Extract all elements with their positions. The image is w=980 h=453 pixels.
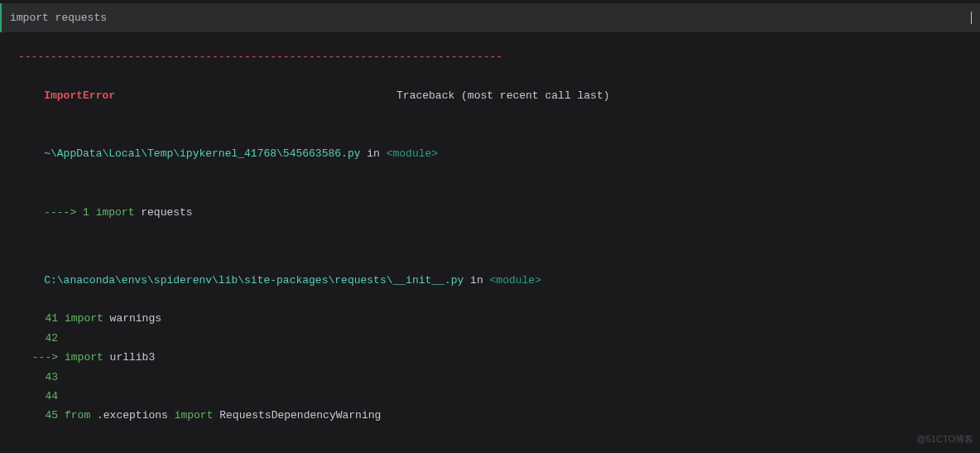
error-divider: ----------------------------------------… — [18, 47, 962, 66]
text-cursor — [971, 12, 972, 24]
output-area: ----------------------------------------… — [0, 39, 980, 453]
tb-frame1-code: ----> 1 import requests — [18, 183, 962, 241]
tb-line: 45from .exceptions import RequestsDepend… — [18, 406, 962, 425]
watermark-text: @51CTO博客 — [917, 431, 973, 448]
code-input-cell[interactable]: import requests — [0, 3, 980, 32]
frame1-path: ~\AppData\Local\Temp\ipykernel_41768\545… — [44, 147, 360, 160]
arrow-indicator: ----> 1 — [44, 206, 95, 219]
module-tag: <module> — [387, 147, 438, 160]
tb-frame3-path: C:\anaconda\envs\spiderenv\lib\site-pack… — [18, 436, 962, 453]
tb-line: 41import warnings — [18, 309, 962, 328]
tb-line: 44 — [18, 387, 962, 406]
tb-line: 42 — [18, 329, 962, 348]
frame2-path: C:\anaconda\envs\spiderenv\lib\site-pack… — [44, 274, 464, 287]
error-header: ImportErrorTraceback (most recent call l… — [18, 67, 962, 125]
tb-arrow-line: ---> 43import urllib3 — [18, 348, 962, 387]
error-name: ImportError — [44, 89, 115, 102]
tb-frame2-path: C:\anaconda\envs\spiderenv\lib\site-pack… — [18, 251, 962, 309]
code-input-content: import requests — [10, 8, 971, 27]
tb-frame1-path: ~\AppData\Local\Temp\ipykernel_41768\545… — [18, 125, 962, 183]
traceback-label: Traceback (most recent call last) — [396, 89, 609, 102]
module-tag: <module> — [490, 274, 541, 287]
